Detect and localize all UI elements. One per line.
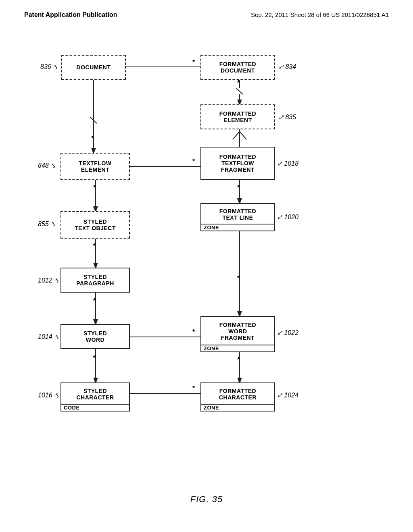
svg-text:*: *: [192, 158, 195, 165]
svg-line-1: [90, 117, 97, 123]
ref-1024: ⤢ 1024: [277, 391, 298, 399]
formatted-word-fragment-box: FORMATTEDWORDFRAGMENT ZONE: [200, 316, 275, 352]
formatted-element-box: FORMATTEDELEMENT: [200, 104, 275, 129]
ref-1020: ⤢ 1020: [277, 213, 298, 221]
svg-text:*: *: [192, 328, 195, 335]
ref-1018: ⤢ 1018: [277, 160, 298, 167]
formatted-character-label: FORMATTEDCHARACTER: [219, 388, 257, 401]
document-box: DOCUMENT: [61, 55, 126, 80]
ref-1014: 1014 ⤣: [38, 333, 59, 341]
formatted-element-label: FORMATTEDELEMENT: [219, 110, 256, 123]
ref-836: 836 ⤣: [40, 63, 58, 71]
formatted-word-fragment-zone: ZONE: [201, 345, 274, 351]
svg-text:*: *: [237, 275, 240, 282]
styled-paragraph-label: STYLEDPARAGRAPH: [76, 274, 114, 287]
formatted-text-line-label: FORMATTEDTEXT LINE: [219, 208, 256, 221]
textflow-element-box: TEXTFLOWELEMENT: [60, 153, 130, 180]
styled-text-object-label: STYLEDTEXT OBJECT: [75, 218, 116, 231]
ref-848: 848 ⤣: [38, 162, 56, 169]
ref-1022: ⤢ 1022: [277, 329, 298, 337]
document-label: DOCUMENT: [77, 64, 111, 71]
styled-text-object-box: STYLEDTEXT OBJECT: [60, 211, 130, 239]
styled-character-box: STYLEDCHARACTER CODE: [60, 382, 130, 411]
styled-character-code: CODE: [61, 404, 129, 411]
svg-text:*: *: [192, 385, 195, 392]
formatted-character-box: FORMATTEDCHARACTER ZONE: [200, 382, 275, 411]
formatted-word-fragment-label: FORMATTEDWORDFRAGMENT: [219, 322, 256, 341]
formatted-textflow-fragment-box: FORMATTEDTEXTFLOWFRAGMENT: [200, 147, 275, 180]
formatted-character-zone: ZONE: [201, 404, 274, 411]
formatted-document-label: FORMATTEDDOCUMENT: [219, 61, 256, 74]
header: Patent Application Publication Sep. 22, …: [0, 0, 413, 23]
svg-text:*: *: [93, 243, 96, 249]
svg-text:*: *: [93, 297, 96, 304]
diagram-container: * * * * * * * * *: [25, 31, 388, 490]
svg-text:*: *: [93, 184, 96, 191]
svg-text:*: *: [192, 59, 195, 66]
figure-caption: FIG. 35: [0, 494, 413, 505]
svg-line-5: [236, 88, 243, 94]
ref-1016: 1016 ⤣: [38, 391, 59, 399]
svg-text:*: *: [91, 135, 94, 142]
ref-855: 855 ⤣: [38, 220, 56, 228]
styled-paragraph-box: STYLEDPARAGRAPH: [60, 268, 130, 293]
header-right: Sep. 22, 2011 Sheet 28 of 66 US 2011/022…: [251, 11, 389, 18]
svg-text:*: *: [237, 79, 240, 86]
textflow-element-label: TEXTFLOWELEMENT: [79, 160, 112, 173]
ref-835: ⤢ 835: [278, 113, 296, 121]
styled-word-label: STYLEDWORD: [83, 330, 107, 343]
formatted-text-line-zone: ZONE: [201, 224, 274, 231]
ref-1012: 1012 ⤣: [38, 276, 59, 284]
formatted-text-line-box: FORMATTEDTEXT LINE ZONE: [200, 203, 275, 231]
styled-word-box: STYLEDWORD: [60, 324, 130, 349]
styled-character-label: STYLEDCHARACTER: [76, 388, 114, 401]
svg-text:*: *: [93, 355, 96, 362]
svg-text:*: *: [237, 184, 240, 191]
ref-834: ⤢ 834: [278, 63, 296, 71]
svg-text:*: *: [237, 356, 240, 363]
formatted-document-box: FORMATTEDDOCUMENT: [200, 55, 275, 80]
header-left: Patent Application Publication: [24, 11, 117, 19]
formatted-textflow-fragment-label: FORMATTEDTEXTFLOWFRAGMENT: [219, 154, 256, 173]
